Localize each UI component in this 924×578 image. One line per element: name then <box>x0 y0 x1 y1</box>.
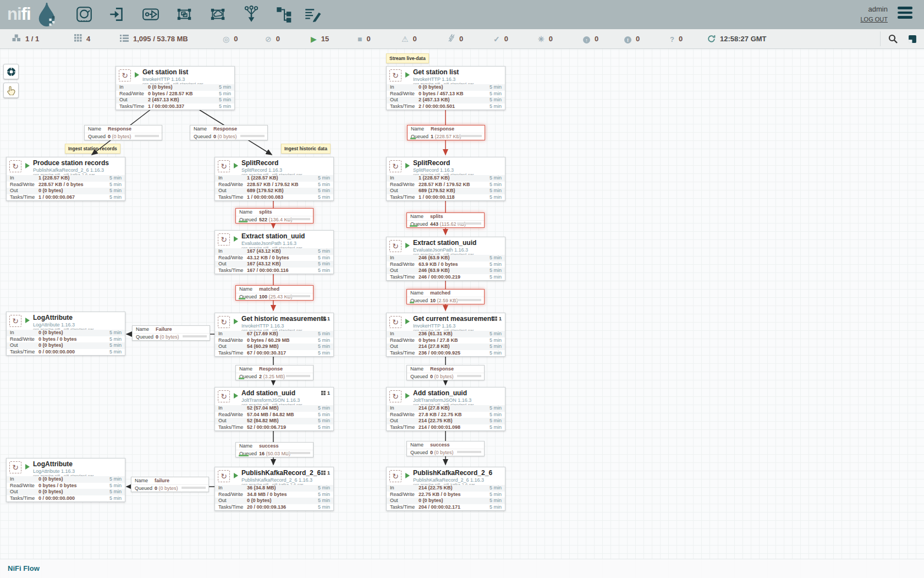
stat-label: Out <box>218 343 247 350</box>
processor-splitrecord-5[interactable]: ↻SplitRecordSplitRecord 1.16.3org.apache… <box>386 157 505 201</box>
stat-window: 5 min <box>490 504 502 511</box>
processor-name: LogAttribute <box>33 460 73 468</box>
processor-get-current-measurement-10[interactable]: ↻Get current measurementInvokeHTTP 1.16.… <box>386 313 505 357</box>
status-not-transmitting-icon: ⊘ <box>265 34 272 44</box>
stat-window: 5 min <box>490 331 502 337</box>
run-status-running-icon <box>135 72 139 78</box>
processor-extract-station-uuid-6[interactable]: ↻Extract station_uuidEvaluateJsonPath 1.… <box>215 230 334 274</box>
status-not-transmitting: ⊘0 <box>265 29 280 48</box>
stat-value: 2 / 00:00:00.501 <box>419 103 490 110</box>
status-invalid: ⚠0 <box>402 29 417 48</box>
breadcrumb-root[interactable]: NiFi Flow <box>8 559 40 578</box>
processor-publishkafkarecord-2-6-15[interactable]: ↻PublishKafkaRecord_2_6PublishKafkaRecor… <box>386 467 505 511</box>
stat-label: Tasks/Time <box>390 350 419 357</box>
panel-toggle-icon <box>908 35 917 43</box>
processor-logattribute-13[interactable]: ↻LogAttributeLogAttribute 1.16.3org.apac… <box>6 458 125 502</box>
stat-value: 1 / 00:00:00.067 <box>38 194 109 201</box>
toolbar-input-port-icon[interactable] <box>108 5 127 24</box>
stat-label: Read/Write <box>390 337 419 344</box>
processor-stats: In0 (0 bytes)5 minRead/Write0 bytes / 45… <box>387 84 505 110</box>
processor-splitrecord-4[interactable]: ↻SplitRecordSplitRecord 1.16.3org.apache… <box>215 157 334 201</box>
stat-label: In <box>218 331 247 337</box>
toolbar-output-port-icon[interactable] <box>141 5 160 24</box>
global-menu-icon[interactable] <box>898 7 912 22</box>
statusbar-divider <box>880 31 881 46</box>
processor-get-historic-measurements-9[interactable]: ↻Get historic measurementsInvokeHTTP 1.1… <box>215 313 334 357</box>
stat-value: 27.8 KB / 22.75 KB <box>419 412 490 418</box>
processor-get-station-list-1[interactable]: ↻Get station listInvokeHTTP 1.16.3org.ap… <box>116 66 235 110</box>
status-up-to-date: ✓0 <box>493 29 508 48</box>
logout-link[interactable]: LOG OUT <box>860 16 888 23</box>
stat-window: 5 min <box>318 492 330 498</box>
stat-value: 214 (27.8 KB) <box>419 405 490 412</box>
stat-label: Out <box>218 498 247 504</box>
stat-window: 5 min <box>318 337 330 344</box>
stat-row-read_write: Read/Write228.57 KB / 0 bytes5 min <box>7 182 125 188</box>
stat-value: 0 (0 bytes) <box>148 84 219 91</box>
stat-row-in: In1 (228.57 KB)5 min <box>387 175 505 182</box>
stat-row-out: Out2 (457.13 KB)5 min <box>116 97 234 103</box>
processor-type-icon: ↻ <box>389 316 402 328</box>
stat-value: 214 (22.75 KB) <box>419 485 490 492</box>
stat-value: 214 (27.8 KB) <box>419 343 490 350</box>
stat-value: 22.75 KB / 0 bytes <box>419 492 490 498</box>
toolbar-process-group-icon[interactable] <box>175 5 194 24</box>
processor-type-icon: ↻ <box>389 470 402 482</box>
stat-label: In <box>390 84 419 91</box>
toolbar-processor-icon[interactable] <box>75 5 94 24</box>
toolbar-template-icon[interactable] <box>274 5 293 24</box>
stat-value: 1 / 00:00:00.118 <box>419 194 490 201</box>
stat-row-out: Out689 (179.52 KB)5 min <box>387 188 505 194</box>
stat-window: 5 min <box>318 412 330 418</box>
stat-row-out: Out52 (84.82 MB)5 min <box>215 418 333 424</box>
status-active-threads-icon <box>74 34 82 44</box>
toolbar-remote-process-group-icon[interactable] <box>208 5 227 24</box>
status-stale: ↑0 <box>583 29 598 48</box>
stat-window: 5 min <box>318 498 330 504</box>
stat-row-out: Out246 (63.9 KB)5 min <box>387 268 505 274</box>
stat-label: Read/Write <box>10 483 38 489</box>
stat-window: 5 min <box>490 418 502 424</box>
search-button[interactable] <box>883 29 902 48</box>
stat-value: 228.57 KB / 0 bytes <box>38 182 109 188</box>
stat-row-out: Out54 (60.29 MB)5 min <box>215 343 333 350</box>
stat-value: 0 (0 bytes) <box>419 498 490 504</box>
stat-row-in: In0 (0 bytes)5 min <box>7 330 125 336</box>
processor-publishkafkarecord-2-6-14[interactable]: ↻PublishKafkaRecord_2_6PublishKafkaRecor… <box>215 467 334 511</box>
stat-window: 5 min <box>490 103 502 110</box>
operate-palette-button[interactable] <box>3 83 19 98</box>
status-locally-modified-icon: ✳ <box>538 34 544 44</box>
status-disabled-icon <box>448 34 455 44</box>
processor-name: PublishKafkaRecord_2_6 <box>413 469 492 477</box>
stat-value: 67 / 00:00:30.317 <box>247 350 318 357</box>
stat-value: 0 (0 bytes) <box>38 476 109 483</box>
status-cluster-nodes: 1 / 1 <box>12 29 39 48</box>
run-status-running-icon <box>405 163 410 168</box>
stat-row-out: Out2 (457.13 KB)5 min <box>387 97 505 103</box>
stat-label: In <box>218 485 247 492</box>
processor-get-station-list-2[interactable]: ↻Get station listInvokeHTTP 1.16.3org.ap… <box>386 66 505 110</box>
toolbar-funnel-icon[interactable] <box>242 5 261 24</box>
stat-value: 52 / 00:00:06.719 <box>247 424 318 431</box>
processor-extract-station-uuid-7[interactable]: ↻Extract station_uuidEvaluateJsonPath 1.… <box>386 237 505 281</box>
processor-logattribute-8[interactable]: ↻LogAttributeLogAttribute 1.16.3org.apac… <box>6 312 125 356</box>
stat-row-tasks_time: Tasks/Time167 / 00:00:00.1165 min <box>215 268 333 274</box>
stat-window: 5 min <box>490 492 502 498</box>
processor-produce-station-records-3[interactable]: ↻Produce station recordsPublishKafkaReco… <box>6 157 125 201</box>
processor-add-station-uuid-12[interactable]: ↻Add station_uuidJoltTransformJSON 1.16.… <box>386 387 505 431</box>
run-status-running-icon <box>234 236 238 242</box>
stat-row-read_write: Read/Write27.8 KB / 22.75 KB5 min <box>387 412 505 418</box>
stat-value: 214 (22.75 KB) <box>419 418 490 424</box>
stat-label: Out <box>390 498 419 504</box>
stat-window: 5 min <box>109 330 122 336</box>
stat-row-tasks_time: Tasks/Time67 / 00:00:30.3175 min <box>215 350 333 357</box>
toolbar-label-icon[interactable] <box>303 5 322 24</box>
navigate-palette-button[interactable] <box>3 64 19 79</box>
stat-window: 5 min <box>490 97 502 103</box>
panel-toggle-button[interactable] <box>903 29 922 48</box>
refresh-status[interactable]: 12:58:27 GMT <box>707 29 767 48</box>
stat-label: Read/Write <box>390 412 419 418</box>
status-sync-failure: ?0 <box>670 29 683 48</box>
stat-row-out: Out214 (27.8 KB)5 min <box>387 343 505 350</box>
processor-add-station-uuid-11[interactable]: ↻Add station_uuidJoltTransformJSON 1.16.… <box>215 387 334 431</box>
